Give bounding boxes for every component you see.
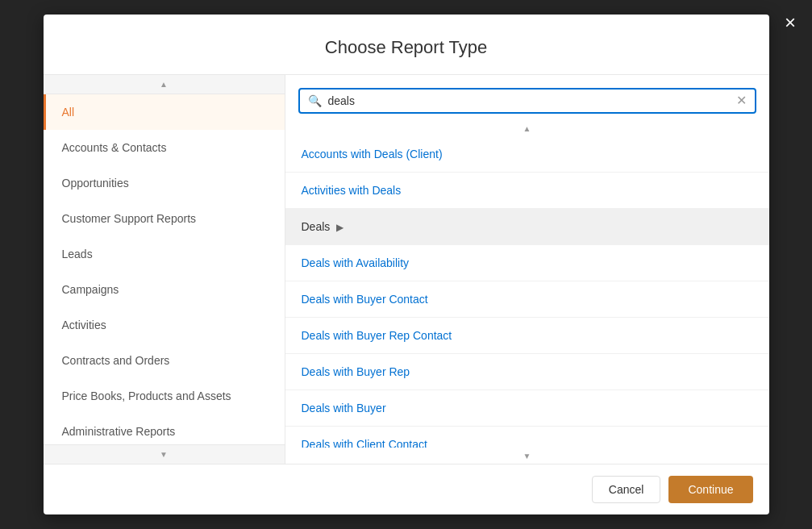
results-scroll-up[interactable]: ▲: [285, 120, 769, 136]
result-item-accounts-deals-client[interactable]: Accounts with Deals (Client): [285, 136, 769, 173]
sidebar-item-leads[interactable]: Leads: [44, 236, 285, 272]
result-item-deals-buyer-rep-contact[interactable]: Deals with Buyer Rep Contact: [285, 318, 769, 354]
sidebar: ▲ All Accounts & Contacts Opportunities …: [44, 75, 285, 464]
sidebar-item-contracts-orders[interactable]: Contracts and Orders: [44, 343, 285, 378]
search-icon: 🔍: [308, 94, 322, 107]
sidebar-scroll-up[interactable]: ▲: [44, 75, 285, 94]
overlay: × Choose Report Type ▲ All Accounts & Co…: [0, 0, 812, 529]
results-scroll-down[interactable]: ▼: [285, 448, 769, 464]
search-bar: 🔍 ✕: [285, 75, 769, 114]
sidebar-item-opportunities[interactable]: Opportunities: [44, 165, 285, 201]
modal-footer: Cancel Continue: [44, 464, 769, 514]
sidebar-item-customer-support[interactable]: Customer Support Reports: [44, 201, 285, 236]
results-list: ▲ Accounts with Deals (Client) Activitie…: [285, 120, 769, 464]
sidebar-scroll-down[interactable]: ▼: [44, 444, 285, 464]
sidebar-item-price-books[interactable]: Price Books, Products and Assets: [44, 378, 285, 414]
result-item-activities-deals[interactable]: Activities with Deals: [285, 173, 769, 209]
sidebar-item-all[interactable]: All: [44, 94, 285, 130]
sidebar-item-accounts-contacts[interactable]: Accounts & Contacts: [44, 130, 285, 165]
modal-dialog: Choose Report Type ▲ All Accounts & Cont…: [44, 15, 769, 514]
content-panel: 🔍 ✕ ▲ Accounts with Deals (Client) Activ…: [285, 75, 769, 464]
result-item-deals[interactable]: Deals ▶: [285, 209, 769, 245]
cancel-button[interactable]: Cancel: [592, 476, 661, 503]
cursor-icon: ▶: [336, 222, 344, 233]
modal-body: ▲ All Accounts & Contacts Opportunities …: [44, 75, 769, 464]
result-item-deals-availability[interactable]: Deals with Availability: [285, 245, 769, 281]
search-input[interactable]: [328, 94, 736, 107]
close-button[interactable]: ×: [785, 13, 796, 32]
sidebar-item-campaigns[interactable]: Campaigns: [44, 272, 285, 307]
modal-title: Choose Report Type: [60, 37, 753, 58]
result-item-deals-buyer-rep[interactable]: Deals with Buyer Rep: [285, 354, 769, 390]
result-item-deals-buyer-contact[interactable]: Deals with Buyer Contact: [285, 281, 769, 318]
result-item-deals-buyer[interactable]: Deals with Buyer: [285, 390, 769, 427]
search-clear-button[interactable]: ✕: [736, 94, 747, 107]
modal-header: Choose Report Type: [44, 15, 769, 75]
sidebar-item-activities[interactable]: Activities: [44, 307, 285, 343]
search-wrapper: 🔍 ✕: [298, 88, 756, 114]
continue-button[interactable]: Continue: [668, 476, 752, 503]
